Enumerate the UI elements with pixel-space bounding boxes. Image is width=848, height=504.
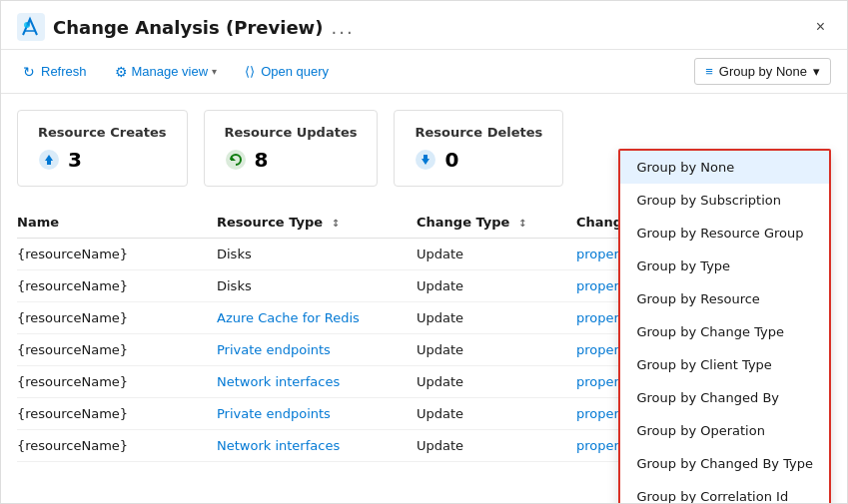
col-resource-type: Resource Type ↕: [217, 207, 417, 239]
dropdown-item[interactable]: Group by Correlation Id: [620, 480, 829, 503]
stat-number-updates: 8: [255, 148, 269, 172]
svg-rect-0: [17, 13, 45, 41]
stat-label-updates: Resource Updates: [225, 125, 358, 140]
cell-name: {resourceName}: [17, 366, 217, 398]
open-query-label: Open query: [261, 64, 329, 79]
stat-number-creates: 3: [68, 148, 82, 172]
title-more-button[interactable]: ...: [331, 17, 354, 38]
dropdown-item[interactable]: Group by Change Type: [620, 315, 829, 348]
cell-name: {resourceName}: [17, 239, 217, 270]
main-content: Resource Creates 3 Resource Updates: [1, 94, 847, 503]
sort-icon-change-type: ↕: [518, 218, 526, 229]
cell-name: {resourceName}: [17, 430, 217, 462]
group-by-icon: ≡: [705, 64, 713, 79]
dropdown-list: Group by NoneGroup by SubscriptionGroup …: [620, 151, 829, 503]
window-title: Change Analysis (Preview): [53, 17, 323, 38]
cell-resource-type[interactable]: Private endpoints: [217, 398, 417, 430]
manage-view-chevron: ▾: [212, 66, 217, 77]
svg-rect-3: [47, 161, 51, 165]
cell-change-type: Update: [417, 239, 576, 270]
create-icon: [38, 149, 60, 171]
dropdown-item[interactable]: Group by Subscription: [620, 184, 829, 217]
stat-label-deletes: Resource Deletes: [415, 125, 542, 140]
dropdown-item[interactable]: Group by None: [620, 151, 829, 184]
dropdown-item[interactable]: Group by Operation: [620, 414, 829, 447]
dropdown-item[interactable]: Group by Changed By Type: [620, 447, 829, 480]
update-icon: [225, 149, 247, 171]
cell-change-type: Update: [417, 334, 576, 366]
cell-name: {resourceName}: [17, 302, 217, 334]
title-bar: Change Analysis (Preview) ... ×: [1, 1, 847, 50]
cell-resource-type[interactable]: Network interfaces: [217, 366, 417, 398]
cell-change-type: Update: [417, 430, 576, 462]
cell-change-type: Update: [417, 398, 576, 430]
refresh-button[interactable]: ↻ Refresh: [17, 60, 93, 84]
close-button[interactable]: ×: [810, 14, 831, 40]
stat-card-creates: Resource Creates 3: [17, 110, 188, 187]
col-change-type: Change Type ↕: [417, 207, 576, 239]
cell-change-type: Update: [417, 270, 576, 302]
col-name: Name: [17, 207, 217, 239]
cell-change-type: Update: [417, 302, 576, 334]
cell-change-type: Update: [417, 366, 576, 398]
cell-resource-type[interactable]: Azure Cache for Redis: [217, 302, 417, 334]
manage-view-button[interactable]: ⚙ Manage view ▾: [109, 60, 224, 84]
stat-label-creates: Resource Creates: [38, 125, 167, 140]
gear-icon: ⚙: [115, 64, 128, 80]
dropdown-item[interactable]: Group by Resource: [620, 282, 829, 315]
stat-value-creates: 3: [38, 148, 167, 172]
stat-value-updates: 8: [225, 148, 358, 172]
main-window: Change Analysis (Preview) ... × ↻ Refres…: [0, 0, 848, 504]
dropdown-item[interactable]: Group by Client Type: [620, 348, 829, 381]
dropdown-item[interactable]: Group by Type: [620, 250, 829, 282]
azure-icon: [17, 13, 45, 41]
svg-rect-7: [424, 155, 427, 159]
open-query-button[interactable]: ⟨⟩ Open query: [239, 60, 335, 83]
dropdown-item[interactable]: Group by Changed By: [620, 381, 829, 414]
query-icon: ⟨⟩: [245, 64, 255, 79]
delete-icon: [415, 149, 436, 171]
title-left: Change Analysis (Preview) ...: [17, 13, 355, 41]
stat-value-deletes: 0: [415, 148, 542, 172]
group-by-chevron: ▾: [813, 64, 820, 79]
dropdown-item[interactable]: Group by Resource Group: [620, 217, 829, 250]
group-by-label: Group by None: [719, 64, 807, 79]
sort-icon-resource-type: ↕: [332, 218, 340, 229]
stat-number-deletes: 0: [444, 148, 458, 172]
stat-card-updates: Resource Updates 8: [204, 110, 379, 187]
refresh-label: Refresh: [41, 64, 87, 79]
toolbar: ↻ Refresh ⚙ Manage view ▾ ⟨⟩ Open query …: [1, 50, 847, 94]
svg-point-4: [226, 150, 246, 170]
stat-card-deletes: Resource Deletes 0: [394, 110, 563, 187]
cell-name: {resourceName}: [17, 270, 217, 302]
cell-name: {resourceName}: [17, 398, 217, 430]
refresh-icon: ↻: [23, 64, 35, 80]
cell-resource-type: Disks: [217, 239, 417, 270]
group-by-dropdown: Group by NoneGroup by SubscriptionGroup …: [618, 149, 831, 503]
cell-resource-type[interactable]: Network interfaces: [217, 430, 417, 462]
manage-view-label: Manage view: [132, 64, 209, 79]
group-by-button[interactable]: ≡ Group by None ▾: [694, 58, 831, 85]
cell-resource-type[interactable]: Private endpoints: [217, 334, 417, 366]
cell-resource-type: Disks: [217, 270, 417, 302]
cell-name: {resourceName}: [17, 334, 217, 366]
